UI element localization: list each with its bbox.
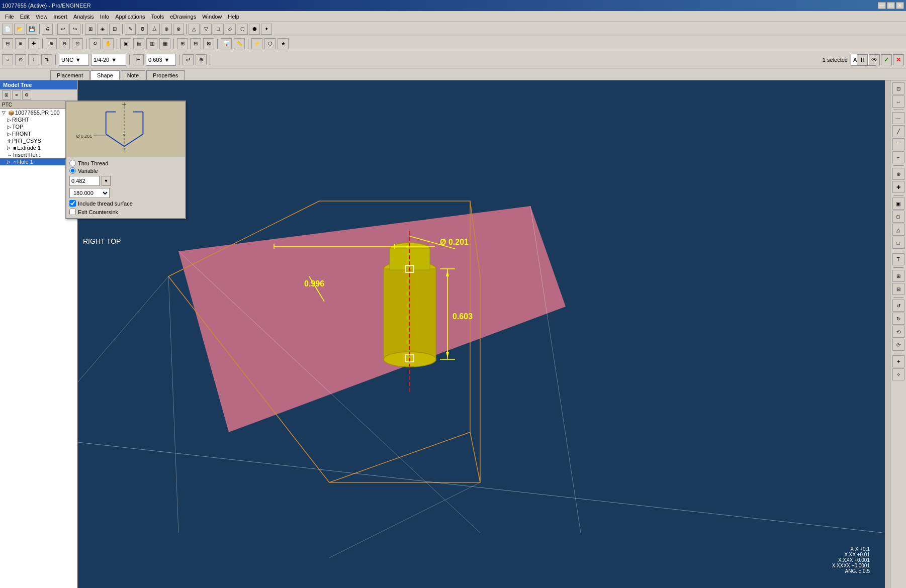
- rt-btn-15[interactable]: ⊟: [892, 283, 904, 295]
- rt-btn-17[interactable]: ↻: [892, 313, 904, 325]
- minimize-button[interactable]: —: [878, 2, 886, 9]
- undo-button[interactable]: ↩: [57, 24, 68, 35]
- view-btn3[interactable]: ⊡: [109, 24, 120, 35]
- tool-btn6[interactable]: △: [189, 24, 200, 35]
- tool-btn5[interactable]: ⊗: [173, 24, 184, 35]
- preview-button[interactable]: 👁: [869, 54, 880, 65]
- hole-dir-btn[interactable]: ↕: [28, 54, 39, 65]
- rt-btn-4[interactable]: ╱: [892, 125, 904, 137]
- mt-icon3[interactable]: ⚙: [22, 90, 31, 100]
- tool-btn4[interactable]: ⊕: [161, 24, 172, 35]
- analysis-btn[interactable]: 📊: [221, 38, 232, 49]
- print-button[interactable]: 🖨: [42, 24, 53, 35]
- menu-info[interactable]: Info: [97, 13, 112, 21]
- tool-btn7[interactable]: ▽: [201, 24, 212, 35]
- close-button[interactable]: ✕: [896, 2, 904, 9]
- misc-btn2[interactable]: ⬡: [264, 38, 276, 49]
- rt-btn-8[interactable]: ✚: [892, 181, 904, 193]
- view-btn1[interactable]: ⊞: [85, 24, 96, 35]
- include-thread-checkbox[interactable]: [69, 200, 76, 207]
- shade-btn4[interactable]: ▦: [159, 38, 170, 49]
- depth-input[interactable]: [69, 176, 100, 186]
- menu-view[interactable]: View: [33, 13, 51, 21]
- zoom-out-btn[interactable]: ⊖: [59, 38, 70, 49]
- rt-btn-16[interactable]: ↺: [892, 300, 904, 312]
- tool-btn2[interactable]: ⚙: [137, 24, 148, 35]
- misc-btn1[interactable]: ⚡: [251, 38, 262, 49]
- rt-btn-21[interactable]: ✧: [892, 368, 904, 380]
- hole-type-btn[interactable]: ⊙: [15, 54, 26, 65]
- menu-edrawings[interactable]: eDrawings: [167, 13, 199, 21]
- zoom-in-btn[interactable]: ⊕: [46, 38, 57, 49]
- menu-insert[interactable]: Insert: [50, 13, 70, 21]
- rt-btn-5[interactable]: ⌒: [892, 138, 904, 150]
- tool-btn11[interactable]: ⬢: [249, 24, 260, 35]
- rt-btn-7[interactable]: ⊕: [892, 168, 904, 180]
- rt-btn-6[interactable]: ⌣: [892, 151, 904, 163]
- shape-tab[interactable]: Shape: [90, 70, 120, 80]
- menu-help[interactable]: Help: [225, 13, 242, 21]
- shade-btn1[interactable]: ▣: [120, 38, 131, 49]
- rt-btn-2[interactable]: ↔: [892, 95, 904, 108]
- maximize-button[interactable]: □: [887, 2, 895, 9]
- rt-btn-10[interactable]: ⬡: [892, 211, 904, 223]
- tool-btn12[interactable]: ✦: [261, 24, 272, 35]
- hole-flip-btn[interactable]: ⇅: [41, 54, 52, 65]
- mt-icon1[interactable]: ⊞: [2, 90, 11, 100]
- view-btn2[interactable]: ◈: [97, 24, 108, 35]
- save-button[interactable]: 💾: [26, 24, 37, 35]
- new-button[interactable]: 📄: [2, 24, 13, 35]
- rt-btn-1[interactable]: ⊡: [892, 82, 904, 94]
- rt-btn-12[interactable]: □: [892, 237, 904, 249]
- datum-btn3[interactable]: ⊠: [203, 38, 214, 49]
- thread-type-dropdown[interactable]: UNC ▼: [59, 54, 89, 66]
- variable-radio[interactable]: [69, 167, 76, 174]
- viewport[interactable]: Ø 0.201 0.996 0.603 RIGHT TOP X X +0.1 X…: [78, 80, 890, 588]
- fit-btn[interactable]: ⊡: [72, 38, 83, 49]
- orient-btn[interactable]: ⊕: [196, 54, 207, 65]
- mt-icon2[interactable]: ≡: [12, 90, 21, 100]
- rt-btn-18[interactable]: ⟲: [892, 326, 904, 338]
- rt-btn-9[interactable]: ▣: [892, 198, 904, 210]
- rt-btn-20[interactable]: ✦: [892, 355, 904, 367]
- rotate-btn[interactable]: ↻: [89, 38, 101, 49]
- thru-thread-radio[interactable]: [69, 160, 76, 166]
- menu-applications[interactable]: Applications: [112, 13, 148, 21]
- redo-button[interactable]: ↪: [69, 24, 80, 35]
- note-tab[interactable]: Note: [121, 70, 145, 80]
- menu-file[interactable]: File: [2, 13, 17, 21]
- hole-icon-btn[interactable]: ○: [2, 54, 13, 65]
- datum-btn1[interactable]: ⊞: [177, 38, 188, 49]
- rt-btn-14[interactable]: ⊞: [892, 270, 904, 282]
- tool-btn3[interactable]: ⧊: [149, 24, 160, 35]
- shade-btn2[interactable]: ▤: [133, 38, 144, 49]
- rt-btn-19[interactable]: ⟳: [892, 339, 904, 351]
- tool-btn8[interactable]: □: [213, 24, 224, 35]
- depth-dropdown-btn[interactable]: ▼: [102, 176, 111, 186]
- thru-thread-option[interactable]: Thru Thread: [69, 160, 182, 166]
- rt-btn-11[interactable]: △: [892, 224, 904, 236]
- rt-btn-13[interactable]: T: [892, 253, 904, 265]
- thread-size-dropdown[interactable]: 1/4-20 ▼: [91, 54, 126, 66]
- placement-tab[interactable]: Placement: [50, 70, 89, 80]
- tool-btn9[interactable]: ◇: [225, 24, 236, 35]
- tool-btn10[interactable]: ⬡: [237, 24, 248, 35]
- ok-button[interactable]: ✓: [881, 54, 892, 65]
- shade-btn3[interactable]: ▥: [146, 38, 157, 49]
- pan-btn[interactable]: ✋: [103, 38, 114, 49]
- layer-btn[interactable]: ≡: [15, 38, 26, 49]
- coord-btn[interactable]: ✚: [28, 38, 39, 49]
- menu-window[interactable]: Window: [199, 13, 225, 21]
- angle-dropdown[interactable]: 180.000: [69, 188, 110, 198]
- pause-button[interactable]: ⏸: [857, 54, 868, 65]
- menu-edit[interactable]: Edit: [17, 13, 33, 21]
- variable-option[interactable]: Variable: [69, 167, 182, 174]
- depth-dropdown[interactable]: 0.603 ▼: [146, 54, 176, 66]
- snap-btn[interactable]: ⊟: [2, 38, 13, 49]
- exit-countersink-checkbox[interactable]: [69, 209, 76, 215]
- menu-analysis[interactable]: Analysis: [70, 13, 97, 21]
- flip-btn[interactable]: ⇄: [183, 54, 194, 65]
- menu-tools[interactable]: Tools: [148, 13, 167, 21]
- datum-btn2[interactable]: ⊟: [190, 38, 201, 49]
- cancel-button[interactable]: ✕: [893, 54, 904, 65]
